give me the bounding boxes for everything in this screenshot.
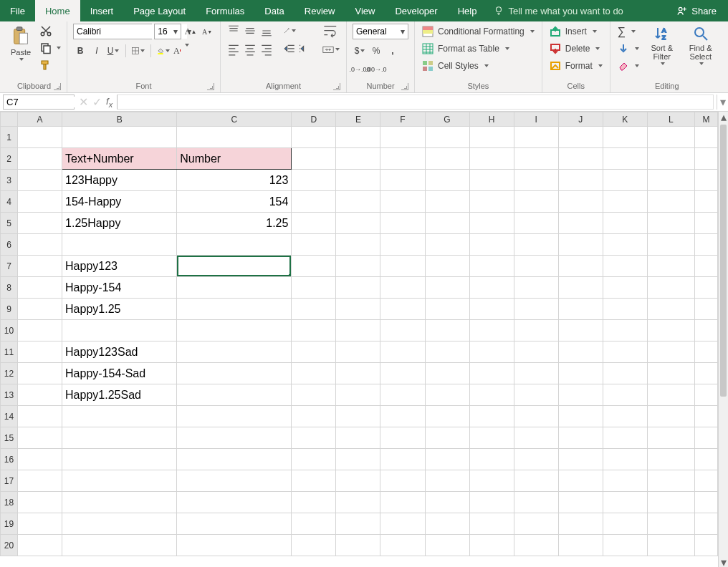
decrease-indent-button[interactable] — [282, 42, 297, 57]
cell-B8[interactable]: Happy-154 — [62, 277, 177, 299]
cell-G1[interactable] — [425, 127, 469, 148]
cell-B1[interactable] — [62, 127, 177, 148]
dialog-launcher-icon[interactable] — [333, 83, 340, 90]
cell-I4[interactable] — [514, 191, 558, 213]
tab-view[interactable]: View — [345, 0, 385, 21]
cell-C6[interactable] — [177, 234, 292, 256]
row-header-9[interactable]: 9 — [1, 299, 18, 320]
cell-K18[interactable] — [603, 492, 647, 513]
cell-F4[interactable] — [380, 191, 425, 213]
column-header-F[interactable]: F — [380, 112, 425, 127]
row-header-13[interactable]: 13 — [1, 384, 18, 406]
select-all-corner[interactable] — [1, 112, 18, 127]
cell-H12[interactable] — [469, 363, 514, 384]
cell-H9[interactable] — [469, 299, 514, 320]
cell-F5[interactable] — [380, 213, 425, 234]
merge-center-button[interactable] — [322, 42, 340, 57]
cell-K6[interactable] — [603, 234, 647, 256]
column-header-B[interactable]: B — [62, 112, 177, 127]
cell-I12[interactable] — [514, 363, 558, 384]
tab-home[interactable]: Home — [35, 0, 80, 21]
wrap-text-button[interactable] — [322, 24, 340, 38]
align-middle-button[interactable] — [243, 24, 257, 38]
cell-A16[interactable] — [18, 449, 62, 470]
cell-M15[interactable] — [694, 427, 717, 449]
cell-M2[interactable] — [694, 148, 717, 170]
row-header-16[interactable]: 16 — [1, 449, 18, 470]
expand-formula-bar-button[interactable]: ▾ — [717, 94, 728, 110]
cell-C1[interactable] — [177, 127, 292, 148]
cell-D15[interactable] — [292, 427, 336, 449]
cell-M6[interactable] — [694, 234, 717, 256]
cell-F6[interactable] — [380, 234, 425, 256]
cell-J19[interactable] — [558, 513, 603, 535]
cell-L5[interactable] — [647, 213, 694, 234]
cell-C8[interactable] — [177, 277, 292, 299]
cell-K2[interactable] — [603, 148, 647, 170]
font-color-button[interactable]: A — [173, 44, 187, 58]
cancel-formula-button[interactable]: ✕ — [79, 95, 88, 109]
cell-M11[interactable] — [694, 341, 717, 363]
cell-I9[interactable] — [514, 299, 558, 320]
cell-K17[interactable] — [603, 470, 647, 492]
cell-C10[interactable] — [177, 320, 292, 341]
align-bottom-button[interactable] — [259, 24, 274, 38]
cell-D2[interactable] — [292, 148, 336, 170]
cell-E11[interactable] — [336, 341, 380, 363]
cell-C20[interactable] — [177, 535, 292, 556]
row-header-7[interactable]: 7 — [1, 256, 18, 277]
cell-G14[interactable] — [425, 406, 469, 427]
cell-G9[interactable] — [425, 299, 469, 320]
cell-I6[interactable] — [514, 234, 558, 256]
find-select-button[interactable]: Find & Select — [684, 24, 718, 65]
cell-E14[interactable] — [336, 406, 380, 427]
cell-L20[interactable] — [647, 535, 694, 556]
cell-I11[interactable] — [514, 341, 558, 363]
align-left-button[interactable] — [226, 42, 241, 57]
cell-M12[interactable] — [694, 363, 717, 384]
cell-L6[interactable] — [647, 234, 694, 256]
cell-D17[interactable] — [292, 470, 336, 492]
number-format-select[interactable]: ▾ — [353, 24, 408, 39]
align-top-button[interactable] — [226, 24, 241, 38]
cell-I2[interactable] — [514, 148, 558, 170]
cell-E20[interactable] — [336, 535, 380, 556]
conditional-formatting-button[interactable]: Conditional Formatting — [421, 24, 536, 39]
cell-K3[interactable] — [603, 170, 647, 191]
row-header-4[interactable]: 4 — [1, 191, 18, 213]
column-header-C[interactable]: C — [177, 112, 292, 127]
cell-A6[interactable] — [18, 234, 62, 256]
cell-L14[interactable] — [647, 406, 694, 427]
cell-M3[interactable] — [694, 170, 717, 191]
font-size-select[interactable]: ▾ — [154, 24, 181, 39]
cell-G20[interactable] — [425, 535, 469, 556]
cell-K10[interactable] — [603, 320, 647, 341]
cell-H3[interactable] — [469, 170, 514, 191]
chevron-down-icon[interactable] — [57, 47, 61, 49]
cell-M14[interactable] — [694, 406, 717, 427]
name-box[interactable]: ▾ — [3, 94, 75, 110]
cell-L7[interactable] — [647, 256, 694, 277]
percent-format-button[interactable]: % — [369, 44, 383, 58]
cell-L10[interactable] — [647, 320, 694, 341]
cell-J17[interactable] — [558, 470, 603, 492]
insert-cells-button[interactable]: Insert — [548, 24, 604, 39]
cell-L1[interactable] — [647, 127, 694, 148]
cell-C16[interactable] — [177, 449, 292, 470]
dialog-launcher-icon[interactable] — [207, 83, 214, 90]
cell-H16[interactable] — [469, 449, 514, 470]
cell-A15[interactable] — [18, 427, 62, 449]
cell-J9[interactable] — [558, 299, 603, 320]
tab-help[interactable]: Help — [448, 0, 487, 21]
cell-G8[interactable] — [425, 277, 469, 299]
cell-F3[interactable] — [380, 170, 425, 191]
cell-M18[interactable] — [694, 492, 717, 513]
cell-A13[interactable] — [18, 384, 62, 406]
fill-handle[interactable] — [289, 274, 292, 277]
cell-G3[interactable] — [425, 170, 469, 191]
cell-G12[interactable] — [425, 363, 469, 384]
column-header-I[interactable]: I — [514, 112, 558, 127]
cell-B3[interactable]: 123Happy — [62, 170, 177, 191]
cell-D20[interactable] — [292, 535, 336, 556]
cell-B11[interactable]: Happy123Sad — [62, 341, 177, 363]
